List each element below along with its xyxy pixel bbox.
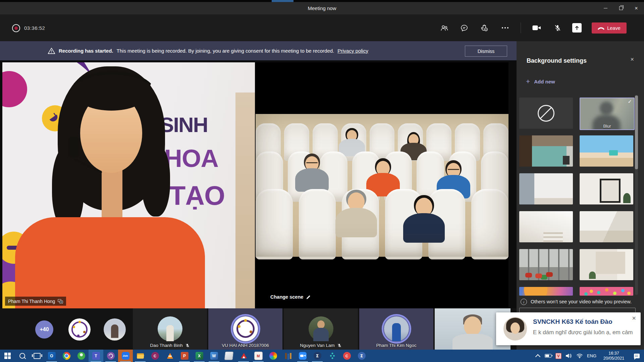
notification-icon <box>634 354 640 358</box>
chevron-up-icon <box>535 354 540 360</box>
participant-tile[interactable]: Dao Thanh Binh <box>133 308 207 350</box>
taskbar-app-powerpoint[interactable]: P <box>177 350 192 362</box>
toast-close-button[interactable]: × <box>632 314 636 322</box>
participant-person <box>452 334 493 350</box>
background-option-blur[interactable]: ✓ Blur <box>580 98 635 130</box>
privacy-policy-link[interactable]: Privacy policy <box>337 48 368 54</box>
background-option-loft-red-sofas[interactable] <box>519 249 573 280</box>
leave-button[interactable]: Leave <box>592 22 627 34</box>
dismiss-button[interactable]: Dismiss <box>465 46 507 57</box>
start-button[interactable] <box>0 350 15 362</box>
chat-button[interactable] <box>456 20 472 36</box>
more-actions-button[interactable] <box>497 20 513 36</box>
clock[interactable]: 16:37 20/05/2021 <box>598 350 629 362</box>
taskbar-app-coccoc[interactable] <box>74 350 89 362</box>
scene-vignette <box>256 114 508 257</box>
outlook-icon: O <box>48 352 56 360</box>
coccoc-icon <box>77 352 85 360</box>
close-window-button[interactable]: × <box>629 2 644 14</box>
overflow-count-badge[interactable]: +40 <box>35 320 53 339</box>
taskbar-app-excel[interactable]: X <box>192 350 207 362</box>
add-new-button[interactable]: + Add new <box>526 77 555 85</box>
search-button[interactable] <box>15 350 30 362</box>
panel-close-button[interactable]: × <box>630 56 634 63</box>
taskbar-app-notes[interactable] <box>221 350 236 362</box>
taskbar-app-teams[interactable]: T <box>89 350 103 362</box>
taskbar-app-outlook[interactable]: O <box>44 350 59 362</box>
restore-button[interactable] <box>613 2 629 14</box>
background-option-white-minimal-room[interactable] <box>580 211 633 242</box>
background-option-beach[interactable] <box>580 135 633 167</box>
taskbar-app-viber[interactable] <box>103 350 118 362</box>
windows-taskbar: O T Zalo C P X W M Σ C Σ V <box>0 350 644 362</box>
taskbar-app-word[interactable]: W <box>207 350 221 362</box>
title-bar[interactable]: Meeting now × <box>0 2 644 14</box>
warning-icon <box>48 47 55 54</box>
taskbar-app-library[interactable] <box>280 350 295 362</box>
background-option-none[interactable] <box>519 98 573 129</box>
taskbar-app-colorful[interactable] <box>266 350 280 362</box>
background-option-office-wall-plant[interactable] <box>580 249 633 280</box>
background-option-gradient-balloons[interactable] <box>519 287 573 296</box>
background-option-room-mirror[interactable] <box>580 173 633 204</box>
panel-scrollbar-thumb[interactable] <box>635 96 638 169</box>
chat-notification-toast[interactable]: SVNCKH K63 Kế toán Đào E k dám nghĩ được… <box>496 312 641 345</box>
preview-notice-text: Others won't see your video while you pr… <box>531 299 632 305</box>
auditorium-scene <box>256 114 508 257</box>
participant-tile[interactable]: Nguyen Van Lam <box>284 308 358 350</box>
taskbar-app-chrome[interactable] <box>59 350 74 362</box>
taskbar-app-media[interactable]: C <box>148 350 162 362</box>
taskbar-app-sigma2[interactable]: Σ <box>354 350 369 362</box>
mic-toggle-button[interactable] <box>549 20 566 36</box>
language-indicator[interactable]: ENG <box>585 350 598 362</box>
vietkey-indicator[interactable]: V <box>553 350 564 362</box>
avatar <box>158 316 182 341</box>
together-mode-video[interactable]: Change scene <box>256 62 508 308</box>
minimize-button[interactable] <box>598 2 613 14</box>
speaker-name: Pham Thi Thanh Hong <box>8 299 55 304</box>
tray-time: 16:37 <box>603 351 625 356</box>
hangup-icon <box>598 26 604 30</box>
participant-tile[interactable]: VU HAI ANH 20187006 <box>208 308 282 350</box>
action-center-button[interactable] <box>629 350 644 362</box>
participants-button[interactable] <box>436 20 452 36</box>
poster-text-line2: KHOA <box>147 144 218 173</box>
panel-title: Background settings <box>527 57 587 64</box>
share-button[interactable] <box>569 20 585 36</box>
poster-text-line3: G TẠO <box>142 180 225 211</box>
background-option-pink-balls[interactable] <box>580 287 633 296</box>
tray-expand-button[interactable] <box>533 350 543 362</box>
meeting-toolbar: 03:36:52 Leave <box>0 14 644 41</box>
taskbar-app-zalo[interactable]: Zalo <box>118 350 133 362</box>
blur-silhouette-head <box>600 102 613 115</box>
main-speaker-video[interactable]: THÁNG SINH KHOA G TẠO Pham Thi Thanh Hon… <box>2 62 255 308</box>
participant-name: Nguyen Van Lam <box>300 343 334 348</box>
volume-indicator[interactable] <box>564 350 574 362</box>
taskbar-app-ccleaner[interactable]: C <box>339 350 354 362</box>
participant-avatar[interactable] <box>104 318 126 341</box>
taskbar-app-zoom[interactable] <box>295 350 310 362</box>
window-controls: × <box>598 2 644 14</box>
participant-tile[interactable]: Pham Thi Kim Ngoc <box>359 308 433 350</box>
taskbar-app-mathtype[interactable]: M <box>251 350 266 362</box>
camera-toggle-button[interactable] <box>529 20 545 36</box>
task-view-button[interactable] <box>30 350 44 362</box>
taskbar-app-explorer[interactable] <box>133 350 148 362</box>
background-option-white-room-window[interactable] <box>519 173 573 204</box>
background-option-office-lockers[interactable] <box>519 135 573 167</box>
taskbar-app-vlc[interactable] <box>162 350 177 362</box>
taskbar-app-red-triangle[interactable] <box>236 350 251 362</box>
reactions-button[interactable] <box>476 20 492 36</box>
pencil-icon <box>306 295 311 300</box>
taskbar-app-sigma[interactable]: Σ <box>310 350 325 362</box>
background-option-white-loft-stairs[interactable] <box>519 211 573 242</box>
dots-app-icon <box>328 352 336 360</box>
network-indicator[interactable] <box>574 350 585 362</box>
participant-person <box>464 316 481 336</box>
excel-icon: X <box>196 352 203 360</box>
battery-indicator[interactable] <box>543 350 553 362</box>
banner-body: This meeting is being recorded. By joini… <box>117 48 334 54</box>
taskbar-app-dots[interactable] <box>325 350 339 362</box>
participant-avatar[interactable] <box>68 318 91 341</box>
change-scene-button[interactable]: Change scene <box>270 294 311 300</box>
